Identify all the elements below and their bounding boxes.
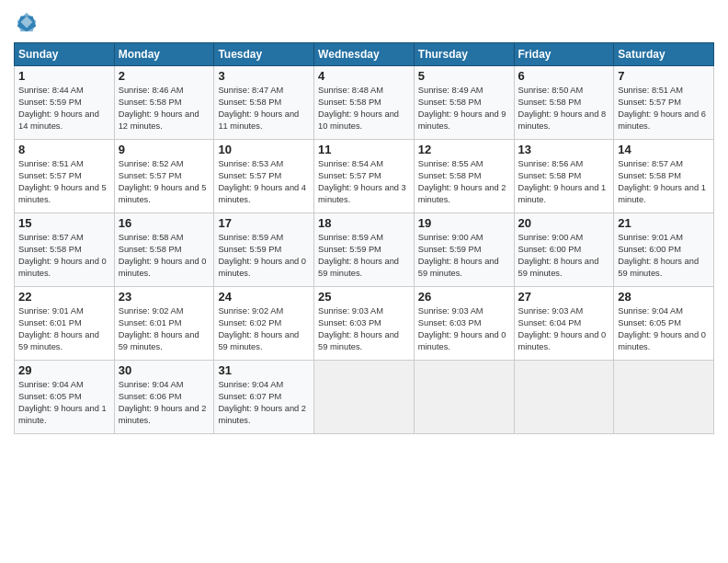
day-info: Sunrise: 9:02 AM Sunset: 6:02 PM Dayligh…	[218, 305, 310, 353]
day-number: 17	[218, 216, 310, 230]
day-number: 9	[119, 143, 210, 156]
weekday-header-row: Sunday Monday Tuesday Wednesday Thursday…	[15, 43, 714, 66]
calendar-table: Sunday Monday Tuesday Wednesday Thursday…	[14, 42, 714, 434]
day-number: 29	[18, 363, 110, 377]
header-thursday: Thursday	[414, 43, 514, 66]
calendar-cell: 21 Sunrise: 9:01 AM Sunset: 6:00 PM Dayl…	[614, 213, 714, 287]
day-info: Sunrise: 8:59 AM Sunset: 5:59 PM Dayligh…	[218, 232, 310, 280]
calendar-cell: 29 Sunrise: 9:04 AM Sunset: 6:05 PM Dayl…	[15, 361, 115, 434]
calendar-cell: 8 Sunrise: 8:51 AM Sunset: 5:57 PM Dayli…	[15, 140, 115, 213]
day-number: 25	[318, 290, 410, 304]
calendar-cell: 17 Sunrise: 8:59 AM Sunset: 5:59 PM Dayl…	[214, 213, 314, 287]
day-info: Sunrise: 8:57 AM Sunset: 5:58 PM Dayligh…	[618, 158, 710, 206]
calendar-container: Sunday Monday Tuesday Wednesday Thursday…	[0, 0, 728, 443]
day-info: Sunrise: 9:03 AM Sunset: 6:03 PM Dayligh…	[318, 305, 410, 353]
header-friday: Friday	[514, 43, 614, 66]
day-info: Sunrise: 8:55 AM Sunset: 5:58 PM Dayligh…	[418, 158, 510, 206]
calendar-cell: 9 Sunrise: 8:52 AM Sunset: 5:57 PM Dayli…	[114, 140, 214, 213]
day-info: Sunrise: 8:46 AM Sunset: 5:58 PM Dayligh…	[119, 85, 210, 132]
day-info: Sunrise: 9:02 AM Sunset: 6:01 PM Dayligh…	[119, 305, 210, 353]
day-info: Sunrise: 9:04 AM Sunset: 6:06 PM Dayligh…	[119, 379, 210, 427]
day-number: 2	[119, 69, 210, 83]
day-number: 6	[518, 69, 610, 83]
day-info: Sunrise: 8:44 AM Sunset: 5:59 PM Dayligh…	[18, 85, 110, 132]
calendar-cell: 24 Sunrise: 9:02 AM Sunset: 6:02 PM Dayl…	[214, 287, 314, 361]
calendar-cell: 5 Sunrise: 8:49 AM Sunset: 5:58 PM Dayli…	[414, 66, 514, 140]
header-sunday: Sunday	[15, 43, 115, 66]
day-number: 1	[18, 69, 110, 83]
header	[14, 9, 714, 35]
calendar-cell: 25 Sunrise: 9:03 AM Sunset: 6:03 PM Dayl…	[314, 287, 415, 361]
day-number: 21	[618, 216, 710, 230]
header-tuesday: Tuesday	[214, 43, 314, 66]
day-info: Sunrise: 8:51 AM Sunset: 5:57 PM Dayligh…	[18, 158, 110, 206]
day-number: 30	[119, 363, 210, 377]
day-number: 7	[618, 69, 710, 83]
day-number: 19	[418, 216, 510, 230]
calendar-cell: 16 Sunrise: 8:58 AM Sunset: 5:58 PM Dayl…	[114, 213, 214, 287]
day-number: 27	[518, 290, 610, 304]
day-info: Sunrise: 8:54 AM Sunset: 5:57 PM Dayligh…	[318, 158, 410, 206]
calendar-cell: 28 Sunrise: 9:04 AM Sunset: 6:05 PM Dayl…	[614, 287, 714, 361]
calendar-cell: 12 Sunrise: 8:55 AM Sunset: 5:58 PM Dayl…	[414, 140, 514, 213]
calendar-cell: 3 Sunrise: 8:47 AM Sunset: 5:58 PM Dayli…	[214, 66, 314, 140]
day-number: 12	[418, 143, 510, 156]
day-number: 13	[518, 143, 610, 156]
calendar-week-row: 29 Sunrise: 9:04 AM Sunset: 6:05 PM Dayl…	[15, 361, 714, 434]
calendar-cell	[614, 361, 714, 434]
header-wednesday: Wednesday	[314, 43, 415, 66]
day-number: 18	[318, 216, 410, 230]
day-number: 28	[618, 290, 710, 304]
calendar-cell: 15 Sunrise: 8:57 AM Sunset: 5:58 PM Dayl…	[15, 213, 115, 287]
day-number: 15	[18, 216, 110, 230]
day-info: Sunrise: 8:56 AM Sunset: 5:58 PM Dayligh…	[518, 158, 610, 206]
calendar-cell: 6 Sunrise: 8:50 AM Sunset: 5:58 PM Dayli…	[514, 66, 614, 140]
day-info: Sunrise: 9:03 AM Sunset: 6:04 PM Dayligh…	[518, 305, 610, 353]
calendar-week-row: 1 Sunrise: 8:44 AM Sunset: 5:59 PM Dayli…	[15, 66, 714, 140]
day-number: 20	[518, 216, 610, 230]
day-info: Sunrise: 8:59 AM Sunset: 5:59 PM Dayligh…	[318, 232, 410, 280]
day-info: Sunrise: 9:03 AM Sunset: 6:03 PM Dayligh…	[418, 305, 510, 353]
calendar-week-row: 8 Sunrise: 8:51 AM Sunset: 5:57 PM Dayli…	[15, 140, 714, 213]
day-number: 26	[418, 290, 510, 304]
calendar-week-row: 15 Sunrise: 8:57 AM Sunset: 5:58 PM Dayl…	[15, 213, 714, 287]
calendar-cell	[414, 361, 514, 434]
calendar-cell: 18 Sunrise: 8:59 AM Sunset: 5:59 PM Dayl…	[314, 213, 415, 287]
day-number: 8	[18, 143, 110, 156]
day-number: 10	[218, 143, 310, 156]
calendar-cell: 4 Sunrise: 8:48 AM Sunset: 5:58 PM Dayli…	[314, 66, 415, 140]
calendar-cell: 26 Sunrise: 9:03 AM Sunset: 6:03 PM Dayl…	[414, 287, 514, 361]
day-number: 14	[618, 143, 710, 156]
day-number: 16	[119, 216, 210, 230]
calendar-cell: 14 Sunrise: 8:57 AM Sunset: 5:58 PM Dayl…	[614, 140, 714, 213]
header-saturday: Saturday	[614, 43, 714, 66]
day-number: 5	[418, 69, 510, 83]
day-number: 23	[119, 290, 210, 304]
calendar-cell: 1 Sunrise: 8:44 AM Sunset: 5:59 PM Dayli…	[15, 66, 115, 140]
day-info: Sunrise: 9:01 AM Sunset: 6:01 PM Dayligh…	[18, 305, 110, 353]
day-info: Sunrise: 8:52 AM Sunset: 5:57 PM Dayligh…	[119, 158, 210, 206]
day-info: Sunrise: 9:04 AM Sunset: 6:05 PM Dayligh…	[18, 379, 110, 427]
calendar-cell: 30 Sunrise: 9:04 AM Sunset: 6:06 PM Dayl…	[114, 361, 214, 434]
day-info: Sunrise: 9:04 AM Sunset: 6:05 PM Dayligh…	[618, 305, 710, 353]
day-number: 31	[218, 363, 310, 377]
day-info: Sunrise: 8:48 AM Sunset: 5:58 PM Dayligh…	[318, 85, 410, 132]
calendar-cell: 27 Sunrise: 9:03 AM Sunset: 6:04 PM Dayl…	[514, 287, 614, 361]
day-info: Sunrise: 9:00 AM Sunset: 5:59 PM Dayligh…	[418, 232, 510, 280]
calendar-cell: 13 Sunrise: 8:56 AM Sunset: 5:58 PM Dayl…	[514, 140, 614, 213]
day-info: Sunrise: 8:47 AM Sunset: 5:58 PM Dayligh…	[218, 85, 310, 132]
header-monday: Monday	[114, 43, 214, 66]
calendar-cell: 23 Sunrise: 9:02 AM Sunset: 6:01 PM Dayl…	[114, 287, 214, 361]
day-number: 24	[218, 290, 310, 304]
calendar-cell: 20 Sunrise: 9:00 AM Sunset: 6:00 PM Dayl…	[514, 213, 614, 287]
day-info: Sunrise: 8:57 AM Sunset: 5:58 PM Dayligh…	[18, 232, 110, 280]
day-number: 11	[318, 143, 410, 156]
day-info: Sunrise: 8:50 AM Sunset: 5:58 PM Dayligh…	[518, 85, 610, 132]
calendar-cell	[514, 361, 614, 434]
calendar-cell: 11 Sunrise: 8:54 AM Sunset: 5:57 PM Dayl…	[314, 140, 415, 213]
day-number: 22	[18, 290, 110, 304]
logo	[14, 9, 41, 35]
day-info: Sunrise: 8:58 AM Sunset: 5:58 PM Dayligh…	[119, 232, 210, 280]
day-number: 3	[218, 69, 310, 83]
day-info: Sunrise: 8:53 AM Sunset: 5:57 PM Dayligh…	[218, 158, 310, 206]
